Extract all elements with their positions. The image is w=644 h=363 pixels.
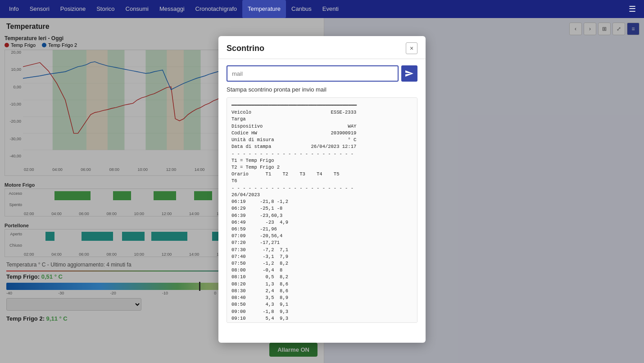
nav-item-posizione[interactable]: Posizione: [55, 0, 91, 18]
main-content: Temperature Temperature Ieri - Oggi Temp…: [0, 18, 644, 363]
nav-item-storico[interactable]: Storico: [91, 0, 120, 18]
nav-item-cronotachigrafo[interactable]: Cronotachigrafo: [190, 0, 243, 18]
nav-item-temperature[interactable]: Temperature: [242, 0, 286, 18]
nav-item-eventi[interactable]: Eventi: [317, 0, 344, 18]
modal-overlay: Scontrino × Stampa scontrino pronta per …: [0, 18, 644, 363]
receipt-content: ━━━━━━━━━━━━━━━━━━━━━━━━━━━━━━━━━━━━━━━━…: [231, 102, 413, 323]
nav-item-messaggi[interactable]: Messaggi: [154, 0, 190, 18]
email-row: [227, 65, 417, 82]
modal-close-button[interactable]: ×: [406, 42, 417, 54]
hamburger-menu[interactable]: ☰: [624, 4, 640, 14]
send-email-button[interactable]: [401, 65, 417, 82]
nav-item-consumi[interactable]: Consumi: [120, 0, 154, 18]
modal-status-text: Stampa scontrino pronta per invio mail: [227, 86, 417, 93]
email-input[interactable]: [227, 65, 399, 82]
nav-item-sensori[interactable]: Sensori: [24, 0, 55, 18]
receipt-container[interactable]: ━━━━━━━━━━━━━━━━━━━━━━━━━━━━━━━━━━━━━━━━…: [227, 97, 417, 323]
modal-title: Scontrino: [227, 44, 264, 53]
nav-item-info[interactable]: Info: [4, 0, 24, 18]
nav-item-canbus[interactable]: Canbus: [286, 0, 317, 18]
modal-header: Scontrino ×: [218, 36, 426, 59]
send-icon: [405, 70, 413, 77]
top-navigation: Info Sensori Posizione Storico Consumi M…: [0, 0, 644, 18]
modal-body: Stampa scontrino pronta per invio mail ━…: [218, 59, 426, 329]
modal-scontrino: Scontrino × Stampa scontrino pronta per …: [218, 36, 426, 343]
